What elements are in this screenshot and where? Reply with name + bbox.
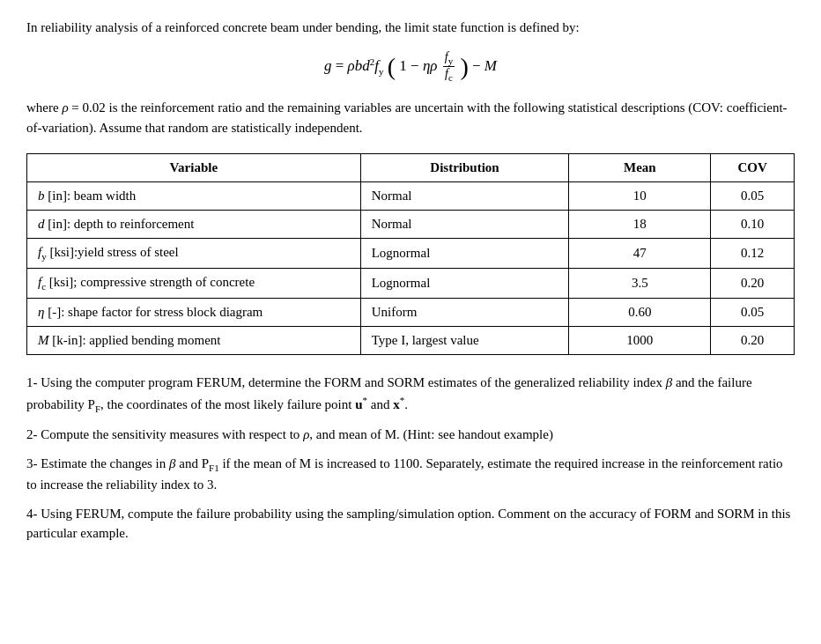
intro-paragraph: In reliability analysis of a reinforced … (26, 18, 795, 38)
question-4: 4- Using FERUM, compute the failure prob… (26, 504, 795, 544)
dist-eta: Uniform (360, 299, 569, 327)
table-row: d [in]: depth to reinforcement Normal 18… (27, 211, 795, 239)
fraction-fy-fc: fy fc (443, 50, 455, 85)
question-2: 2- Compute the sensitivity measures with… (26, 425, 795, 445)
variable-d: d [in]: depth to reinforcement (27, 211, 361, 239)
table-row: b [in]: beam width Normal 10 0.05 (27, 182, 795, 211)
dist-fc: Lognormal (360, 269, 569, 299)
col-header-cov: COV (711, 154, 795, 182)
q2-number: 2- (26, 427, 38, 441)
fraction-numerator: fy (443, 50, 455, 68)
cov-fc: 0.20 (711, 269, 795, 299)
question-1: 1- Using the computer program FERUM, det… (26, 373, 795, 416)
cov-b: 0.05 (711, 182, 795, 211)
q1-number: 1- (26, 375, 38, 389)
dist-M: Type I, largest value (360, 327, 569, 355)
formula-display: g = ρbd2fy ( 1 − ηρ fy fc ) − M (324, 50, 497, 85)
mean-b: 10 (569, 182, 711, 211)
col-header-mean: Mean (569, 154, 711, 182)
mean-M: 1000 (569, 327, 711, 355)
dist-b: Normal (360, 182, 569, 211)
col-header-distribution: Distribution (360, 154, 569, 182)
q4-number: 4- (26, 507, 38, 521)
right-paren: ) (460, 53, 468, 80)
variables-table: Variable Distribution Mean COV b [in]: b… (26, 153, 795, 355)
fraction-denominator: fc (443, 67, 455, 84)
cov-fy: 0.12 (711, 239, 795, 269)
cov-d: 0.10 (711, 211, 795, 239)
cov-eta: 0.05 (711, 299, 795, 327)
cov-M: 0.20 (711, 327, 795, 355)
table-row: η [-]: shape factor for stress block dia… (27, 299, 795, 327)
table-row: M [k-in]: applied bending moment Type I,… (27, 327, 795, 355)
variable-eta: η [-]: shape factor for stress block dia… (27, 299, 361, 327)
table-row: fc [ksi]; compressive strength of concre… (27, 269, 795, 299)
dist-d: Normal (360, 211, 569, 239)
variable-fc: fc [ksi]; compressive strength of concre… (27, 269, 361, 299)
formula-block: g = ρbd2fy ( 1 − ηρ fy fc ) − M (26, 50, 795, 85)
question-3: 3- Estimate the changes in β and PF1 if … (26, 454, 795, 495)
variable-b: b [in]: beam width (27, 182, 361, 211)
mean-eta: 0.60 (569, 299, 711, 327)
left-paren: ( (388, 53, 396, 80)
table-header-row: Variable Distribution Mean COV (27, 154, 795, 182)
description-paragraph: where ρ = 0.02 is the reinforcement rati… (26, 98, 795, 137)
col-header-variable: Variable (27, 154, 361, 182)
dist-fy: Lognormal (360, 239, 569, 269)
table-row: fy [ksi]:yield stress of steel Lognormal… (27, 239, 795, 269)
questions-section: 1- Using the computer program FERUM, det… (26, 373, 795, 544)
variable-fy: fy [ksi]:yield stress of steel (27, 239, 361, 269)
variable-M: M [k-in]: applied bending moment (27, 327, 361, 355)
mean-fc: 3.5 (569, 269, 711, 299)
mean-d: 18 (569, 211, 711, 239)
q3-number: 3- (26, 456, 38, 470)
mean-fy: 47 (569, 239, 711, 269)
